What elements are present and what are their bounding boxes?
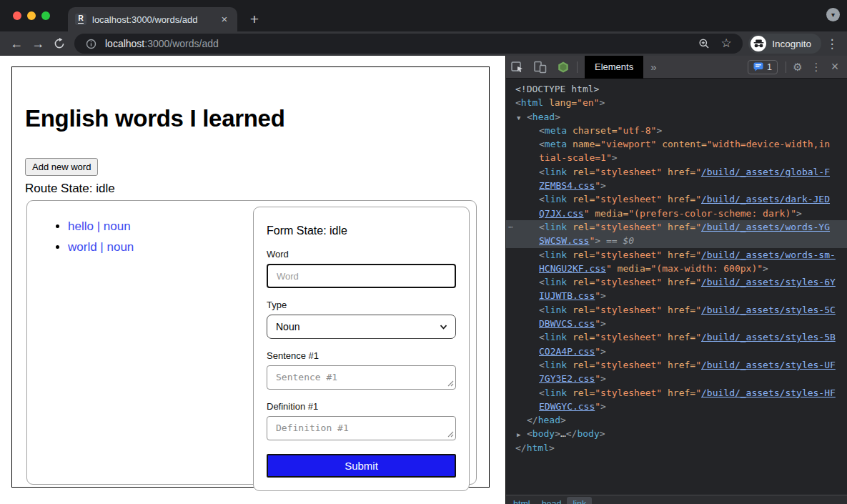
address-bar[interactable]: localhost:3000/words/add ☆ [74,34,743,54]
devtools-settings-icon[interactable]: ⚙ [788,61,807,74]
sentence-label: Sentence #1 [267,350,456,361]
zoom-page-button[interactable] [696,38,712,49]
node-options-icon[interactable]: ⋯ [508,220,512,234]
code-row[interactable]: EDWGYC.css"> [506,400,847,413]
window-close-button[interactable] [13,11,21,20]
route-state-text: Route State: idle [25,182,489,196]
devtools-statusbar: htmlheadlink [506,495,847,504]
devtools-toolbar: Elements » 1 ⚙ ⋮ × [506,56,847,79]
device-icon [533,61,548,74]
more-tabs-icon[interactable]: » [643,61,663,73]
new-tab-button[interactable]: + [246,11,263,28]
incognito-label: Incognito [772,39,811,49]
devtools-close-icon[interactable]: × [826,59,844,74]
node-extension-button[interactable] [552,56,575,79]
url-text[interactable]: localhost:3000/words/add [105,38,219,49]
code-row[interactable]: ▶<body>…</body> [506,427,847,440]
code-row[interactable]: <!DOCTYPE html> [506,82,847,96]
form-state-text: Form State: idle [267,224,456,237]
code-row[interactable]: DBWVCS.css"> [506,317,847,330]
tab-search-button[interactable]: ▾ [826,8,840,21]
add-new-word-button[interactable]: Add new word [25,158,98,176]
toolbar-divider [786,61,786,73]
code-row[interactable]: <meta name="viewport" content="width=dev… [506,137,847,151]
tab-strip: R localhost:3000/words/add × + ▾ [0,0,847,31]
inspect-element-button[interactable] [506,56,529,79]
url-path: :3000/words/add [144,38,219,49]
code-row[interactable]: tial-scale=1"> [506,151,847,164]
code-row[interactable]: </head> [506,413,847,427]
url-host: localhost [105,38,144,49]
code-row[interactable]: <link rel="stylesheet" href="/build/_ass… [506,165,847,179]
inspect-cursor-icon [510,60,525,74]
code-row[interactable]: <link rel="stylesheet" href="/build/_ass… [506,248,847,262]
green-hexagon-icon [557,61,570,74]
code-row[interactable]: <link rel="stylesheet" href="/build/_ass… [506,192,847,206]
issues-count: 1 [767,62,772,72]
code-row[interactable]: <link rel="stylesheet" href="/build/_ass… [506,275,847,289]
tab-close-icon[interactable]: × [219,14,230,25]
breadcrumb-item[interactable]: link [567,497,592,504]
code-row[interactable]: HCNGU2KF.css" media="(max-width: 600px)"… [506,262,847,275]
remix-favicon-icon: R [75,14,86,25]
devtools-overflow-icon[interactable]: ⋮ [807,61,826,74]
code-row[interactable]: <meta charset="utf-8"> [506,124,847,137]
breadcrumb-item[interactable]: head [536,497,568,504]
site-info-icon[interactable] [83,39,99,49]
toolbar-divider [577,61,578,73]
breadcrumb-item[interactable]: html [507,497,536,504]
code-row[interactable]: IUJWTB.css"> [506,289,847,302]
window-zoom-button[interactable] [41,11,50,20]
reload-icon [54,38,65,49]
submit-button[interactable]: Submit [267,454,456,478]
collapsed-arrow-icon[interactable]: ▶ [517,428,527,440]
expanded-arrow-icon[interactable]: ▼ [517,112,527,124]
browser-window: R localhost:3000/words/add × + ▾ ← → lo [0,0,847,504]
code-row[interactable]: ▼<head> [506,110,847,124]
type-select[interactable]: Noun [267,315,456,339]
word-link[interactable]: hello | noun [68,219,131,233]
code-row[interactable]: Q7JX.css" media="(prefers-color-scheme: … [506,207,847,220]
code-row[interactable]: ⋯<link rel="stylesheet" href="/build/_as… [506,220,847,234]
definition-textarea[interactable] [267,416,456,440]
sentence-textarea[interactable] [267,365,456,390]
code-row[interactable]: <link rel="stylesheet" href="/build/_ass… [506,358,847,372]
incognito-icon [751,36,766,51]
traffic-lights [13,0,50,31]
page-title: English words I learned [25,105,489,132]
word-input[interactable] [267,264,456,288]
code-row[interactable]: 7GY3E2.css"> [506,372,847,385]
code-row[interactable]: ZEMBS4.css"> [506,179,847,192]
code-row[interactable]: CO2A4P.css"> [506,345,847,358]
elements-tree[interactable]: <!DOCTYPE html><html lang="en">▼<head><m… [506,79,847,495]
device-toolbar-button[interactable] [529,56,552,79]
issues-counter[interactable]: 1 [748,60,778,74]
code-row[interactable]: <link rel="stylesheet" href="/build/_ass… [506,303,847,317]
window-minimize-button[interactable] [27,11,36,20]
bookmark-star-icon[interactable]: ☆ [718,38,734,49]
code-row[interactable]: <link rel="stylesheet" href="/build/_ass… [506,386,847,400]
devtools-panel: Elements » 1 ⚙ ⋮ × [505,56,847,504]
code-row[interactable]: <html lang="en"> [506,96,847,109]
tab-elements[interactable]: Elements [585,56,643,79]
definition-label: Definition #1 [267,401,456,412]
incognito-badge: Incognito [748,34,821,54]
page-viewport: English words I learned Add new word Rou… [0,56,505,504]
browser-menu-icon[interactable]: ⋮ [824,36,840,51]
issues-bubble-icon [753,62,763,71]
code-row[interactable]: <link rel="stylesheet" href="/build/_ass… [506,330,847,344]
code-row[interactable]: SWCSW.css"> == $0 [506,234,847,247]
words-panel: hello | nounworld | noun Form State: idl… [26,200,477,485]
back-button[interactable]: ← [7,34,26,53]
reload-button[interactable] [50,34,69,53]
forward-button[interactable]: → [29,34,47,53]
add-word-form: Form State: idle Word Type Noun Sentence… [253,207,470,491]
word-label: Word [267,249,456,260]
type-label: Type [267,300,456,310]
app-container: English words I learned Add new word Rou… [11,66,490,488]
tab-title: localhost:3000/words/add [92,14,213,25]
browser-tab[interactable]: R localhost:3000/words/add × [68,7,237,31]
magnifier-plus-icon [698,38,710,49]
code-row[interactable]: </html> [506,441,847,455]
word-link[interactable]: world | noun [68,240,134,254]
